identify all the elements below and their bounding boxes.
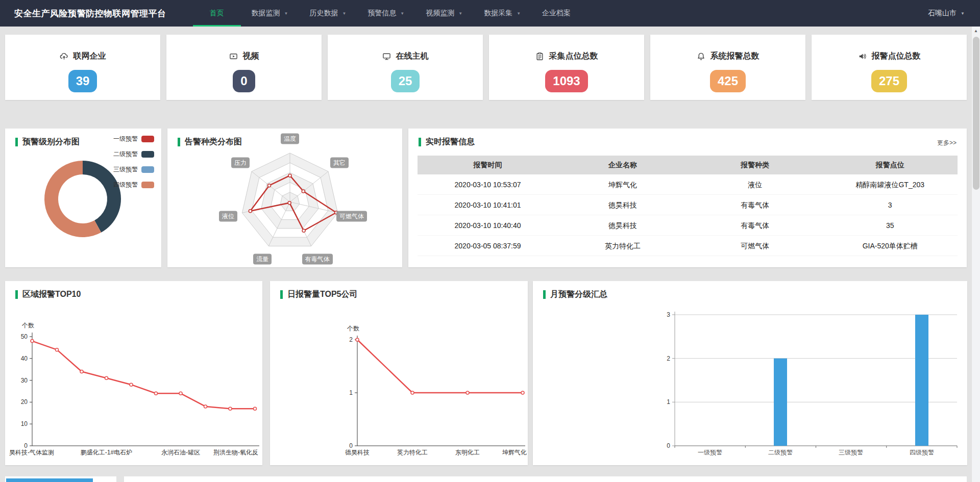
partial-blue-bar [6,478,93,482]
stat-card-1: 视频0 [166,35,322,100]
stat-card-head: 联网企业 [5,51,160,62]
legend-swatch [141,151,154,158]
panel-monthly-summary: 0123一级预警二级预警三级预警四级预警 月预警分级汇总 [533,281,967,465]
svg-text:0: 0 [667,442,670,449]
svg-text:50: 50 [21,333,28,340]
radar-axis-label: 其它 [330,157,349,168]
table-cell: 2020-03-10 10:53:07 [418,174,558,195]
panel-title-row: 实时报警信息 [419,137,475,147]
legend-item-0[interactable]: 一级预警 [113,135,154,143]
stat-card-value: 0 [233,70,255,92]
nav-item-label: 首页 [210,9,224,18]
partial-panel-left [5,476,116,482]
stat-card-head: 报警点位总数 [812,51,967,62]
legend-item-2[interactable]: 三级预警 [113,165,154,174]
table-cell: 2020-03-05 08:37:59 [418,236,558,256]
svg-text:40: 40 [21,355,28,362]
panel-alarm-type: 告警种类分布图 温度其它可燃气体有毒气体流量液位压力 [167,129,402,267]
svg-text:10: 10 [21,420,28,427]
legend-label: 四级预警 [113,181,138,189]
stat-card-label: 视频 [243,51,259,62]
panel-realtime-alarms: 实时报警信息 更多>> 报警时间企业名称报警种类报警点位 2020-03-10 … [408,129,967,267]
stat-card-0: 联网企业39 [5,35,160,100]
more-link[interactable]: 更多>> [937,139,957,147]
radar-axis-label: 可燃气体 [336,211,367,221]
svg-text:三级预警: 三级预警 [839,449,863,456]
nav-item-0[interactable]: 首页 [193,0,241,27]
app-title: 安全生产风险预警防控物联网管理平台 [14,8,166,19]
svg-text:东明化工: 东明化工 [455,449,480,456]
nav-item-6[interactable]: 企业档案 [531,0,581,27]
table-cell: 液位 [688,174,823,195]
panel-title-row: 日报警量TOP5公司 [280,289,358,300]
panel-title-row: 预警级别分布图 [15,137,80,147]
radar-axis-label: 压力 [231,157,250,168]
panel-title: 预警级别分布图 [22,137,80,147]
region-selector[interactable]: 石嘴山市 ▼ [928,0,965,27]
radar-axis-label: 流量 [253,253,272,264]
svg-text:0: 0 [24,442,28,449]
svg-text:0: 0 [349,442,353,449]
table-row: 2020-03-10 10:53:07坤辉气化液位精醇南罐液位GT_203 [418,174,958,195]
table-cell: GIA-520单体贮槽 [822,236,958,256]
chevron-down-icon: ▼ [342,11,346,16]
scrollbar-up-arrow-icon[interactable]: ▲ [972,27,980,35]
table-row: 2020-03-10 10:41:01德昊科技有毒气体3 [418,195,958,215]
svg-text:二级预警: 二级预警 [768,449,793,456]
legend-swatch [141,182,154,188]
stat-card-label: 报警点位总数 [872,51,921,62]
panel-warning-level: 预警级别分布图 一级预警二级预警三级预警四级预警 [5,129,161,267]
svg-text:坤辉气化: 坤辉气化 [502,449,527,456]
table-cell: 德昊科技 [558,195,688,215]
legend-item-1[interactable]: 二级预警 [113,150,154,159]
table-row: 2020-03-05 08:37:59英力特化工可燃气体GIA-520单体贮槽 [418,236,958,256]
nav-item-label: 历史数据 [309,9,338,18]
nav-item-5[interactable]: 数据采集▼ [473,0,531,27]
nav-item-label: 数据采集 [484,9,512,18]
nav-item-1[interactable]: 数据监测▼ [241,0,299,27]
monitor-icon [382,52,391,61]
table-cell: 35 [822,215,958,236]
svg-text:四级预警: 四级预警 [910,449,934,456]
nav-item-2[interactable]: 历史数据▼ [299,0,357,27]
stat-card-value: 25 [391,70,420,92]
panel-title: 告警种类分布图 [185,137,242,147]
panel-title-marker [280,290,283,299]
radar-axis-label: 有毒气体 [302,253,333,264]
bell-icon [697,52,705,61]
svg-text:1: 1 [349,389,353,396]
partial-panel-right [124,476,967,482]
table-cell: 精醇南罐液位GT_203 [822,174,958,195]
column-header: 报警种类 [688,156,823,174]
radar-axis-label: 液位 [219,211,237,221]
panel-title-row: 月预警分级汇总 [543,289,607,300]
nav-item-label: 数据监测 [252,9,280,18]
nav-item-label: 视频监测 [426,9,454,18]
svg-text:2: 2 [667,355,670,362]
table-cell: 3 [822,195,958,215]
column-header: 报警点位 [822,156,958,174]
legend-item-3[interactable]: 四级预警 [113,181,154,189]
svg-text:20: 20 [21,398,28,405]
panel-region-top10: 01020304050个数昊科技-气体监测鹏盛化工-1#电石炉永润石油-罐区荆洪… [5,281,262,465]
svg-text:个数: 个数 [21,322,34,329]
column-header: 企业名称 [558,156,688,174]
panel-title: 日报警量TOP5公司 [287,289,358,300]
scrollbar[interactable]: ▲ [971,27,980,482]
panel-daily-top5: 012个数德昊科技英力特化工东明化工坤辉气化 日报警量TOP5公司 [270,281,528,465]
stat-card-value: 1093 [545,70,587,92]
table-cell: 有毒气体 [688,215,823,236]
stat-card-4: 系统报警总数425 [650,35,805,100]
table-cell: 坤辉气化 [558,174,688,195]
legend-label: 三级预警 [113,165,138,174]
column-header: 报警时间 [418,156,558,174]
daily-top5-line-chart: 012个数德昊科技英力特化工东明化工坤辉气化 [270,281,528,465]
alarm-table: 报警时间企业名称报警种类报警点位 2020-03-10 10:53:07坤辉气化… [418,156,958,256]
scrollbar-thumb[interactable] [973,37,979,190]
cloud-upload-icon [60,52,68,61]
nav-item-4[interactable]: 视频监测▼ [415,0,473,27]
svg-text:1: 1 [667,398,670,405]
stat-card-2: 在线主机25 [328,35,483,100]
nav-item-3[interactable]: 预警信息▼ [357,0,415,27]
stat-card-label: 采集点位总数 [549,51,598,62]
